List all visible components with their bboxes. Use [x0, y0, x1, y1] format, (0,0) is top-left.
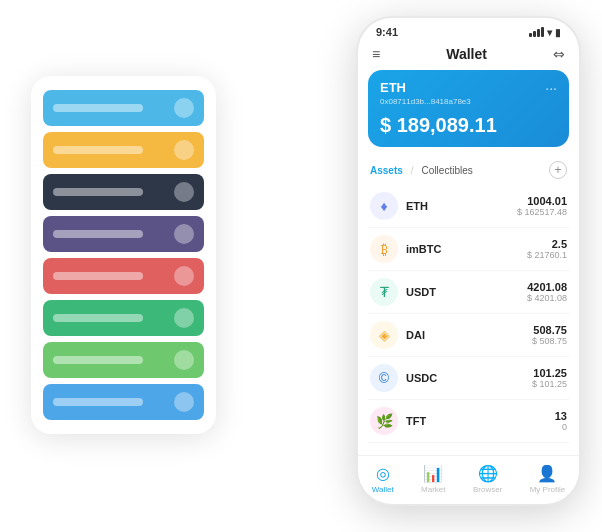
signal-bar-4: [541, 27, 544, 37]
asset-left: 🌿TFT: [370, 407, 426, 435]
card-item-label: [53, 356, 143, 364]
nav-label-wallet: Wallet: [372, 485, 394, 494]
status-icons: ▾ ▮: [529, 27, 561, 38]
asset-left: ♦ETH: [370, 192, 428, 220]
asset-amount-imbtc: 2.5: [527, 238, 567, 250]
asset-right: 130: [555, 410, 567, 432]
asset-icon-usdc: ©: [370, 364, 398, 392]
asset-usd-dai: $ 508.75: [532, 336, 567, 346]
card-item-icon: [174, 140, 194, 160]
tab-assets[interactable]: Assets: [370, 165, 403, 176]
card-item[interactable]: [43, 216, 204, 252]
page-title: Wallet: [446, 46, 487, 62]
asset-usd-eth: $ 162517.48: [517, 207, 567, 217]
scene: 9:41 ▾ ▮ ≡ Wallet ⇔ ETH 0x08711d3b...841…: [21, 16, 581, 516]
nav-icon-wallet: ◎: [376, 464, 390, 483]
card-item-icon: [174, 182, 194, 202]
status-bar: 9:41 ▾ ▮: [358, 18, 579, 42]
card-item[interactable]: [43, 90, 204, 126]
asset-usd-imbtc: $ 21760.1: [527, 250, 567, 260]
asset-item[interactable]: 🌿TFT130: [368, 400, 569, 443]
asset-usd-tft: 0: [555, 422, 567, 432]
asset-name-usdc: USDC: [406, 372, 437, 384]
signal-bar-2: [533, 31, 536, 37]
asset-name-dai: DAI: [406, 329, 425, 341]
asset-amount-tft: 13: [555, 410, 567, 422]
asset-icon-dai: ◈: [370, 321, 398, 349]
nav-label-my-profile: My Profile: [530, 485, 566, 494]
eth-card[interactable]: ETH 0x08711d3b...8418a78e3 $ 189,089.11 …: [368, 70, 569, 147]
expand-icon[interactable]: ⇔: [553, 46, 565, 62]
card-item[interactable]: [43, 132, 204, 168]
nav-header: ≡ Wallet ⇔: [358, 42, 579, 70]
asset-right: 4201.08$ 4201.08: [527, 281, 567, 303]
asset-name-imbtc: imBTC: [406, 243, 441, 255]
card-item[interactable]: [43, 300, 204, 336]
nav-label-browser: Browser: [473, 485, 502, 494]
asset-name-eth: ETH: [406, 200, 428, 212]
phone: 9:41 ▾ ▮ ≡ Wallet ⇔ ETH 0x08711d3b...841…: [356, 16, 581, 506]
asset-left: ©USDC: [370, 364, 437, 392]
asset-amount-usdt: 4201.08: [527, 281, 567, 293]
asset-list: ♦ETH1004.01$ 162517.48₿imBTC2.5$ 21760.1…: [358, 185, 579, 455]
card-item-label: [53, 146, 143, 154]
eth-balance-value: $ 189,089.11: [380, 114, 497, 136]
battery-icon: ▮: [555, 27, 561, 38]
asset-icon-eth: ♦: [370, 192, 398, 220]
card-item[interactable]: [43, 258, 204, 294]
time-display: 9:41: [376, 26, 398, 38]
asset-usd-usdc: $ 101.25: [532, 379, 567, 389]
wifi-icon: ▾: [547, 27, 552, 38]
menu-icon[interactable]: ≡: [372, 46, 380, 62]
asset-item[interactable]: ♦ETH1004.01$ 162517.48: [368, 185, 569, 228]
asset-name-usdt: USDT: [406, 286, 436, 298]
nav-item-wallet[interactable]: ◎Wallet: [372, 464, 394, 494]
card-item-label: [53, 104, 143, 112]
add-asset-button[interactable]: +: [549, 161, 567, 179]
card-item-label: [53, 398, 143, 406]
asset-right: 2.5$ 21760.1: [527, 238, 567, 260]
nav-icon-browser: 🌐: [478, 464, 498, 483]
card-item-icon: [174, 98, 194, 118]
card-item-label: [53, 230, 143, 238]
asset-icon-tft: 🌿: [370, 407, 398, 435]
assets-header: Assets / Collectibles +: [358, 157, 579, 185]
assets-tabs: Assets / Collectibles: [370, 165, 473, 176]
eth-card-balance: $ 189,089.11: [380, 114, 557, 137]
tab-collectibles[interactable]: Collectibles: [422, 165, 473, 176]
card-item-icon: [174, 392, 194, 412]
bottom-nav: ◎Wallet📊Market🌐Browser👤My Profile: [358, 455, 579, 504]
asset-left: ₮USDT: [370, 278, 436, 306]
card-item[interactable]: [43, 342, 204, 378]
asset-item[interactable]: ₿imBTC2.5$ 21760.1: [368, 228, 569, 271]
signal-bar-1: [529, 33, 532, 37]
nav-item-browser[interactable]: 🌐Browser: [473, 464, 502, 494]
asset-icon-imbtc: ₿: [370, 235, 398, 263]
card-item-icon: [174, 350, 194, 370]
card-item-label: [53, 188, 143, 196]
signal-bar-3: [537, 29, 540, 37]
asset-item[interactable]: ₮USDT4201.08$ 4201.08: [368, 271, 569, 314]
nav-label-market: Market: [421, 485, 445, 494]
card-item-icon: [174, 308, 194, 328]
asset-left: ◈DAI: [370, 321, 425, 349]
asset-amount-eth: 1004.01: [517, 195, 567, 207]
more-icon[interactable]: ···: [545, 80, 557, 96]
asset-item[interactable]: ◈DAI508.75$ 508.75: [368, 314, 569, 357]
nav-icon-my-profile: 👤: [537, 464, 557, 483]
asset-right: 1004.01$ 162517.48: [517, 195, 567, 217]
asset-icon-usdt: ₮: [370, 278, 398, 306]
card-item-label: [53, 272, 143, 280]
nav-item-my-profile[interactable]: 👤My Profile: [530, 464, 566, 494]
asset-usd-usdt: $ 4201.08: [527, 293, 567, 303]
asset-amount-dai: 508.75: [532, 324, 567, 336]
asset-left: ₿imBTC: [370, 235, 441, 263]
asset-right: 508.75$ 508.75: [532, 324, 567, 346]
nav-item-market[interactable]: 📊Market: [421, 464, 445, 494]
card-item-label: [53, 314, 143, 322]
card-item[interactable]: [43, 384, 204, 420]
card-item[interactable]: [43, 174, 204, 210]
asset-name-tft: TFT: [406, 415, 426, 427]
asset-item[interactable]: ©USDC101.25$ 101.25: [368, 357, 569, 400]
asset-right: 101.25$ 101.25: [532, 367, 567, 389]
